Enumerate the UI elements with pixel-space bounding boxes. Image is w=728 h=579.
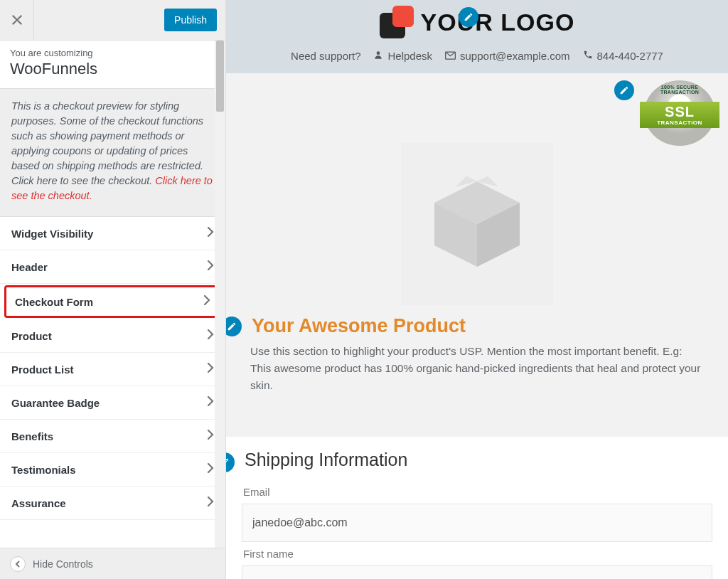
user-icon	[373, 50, 383, 62]
chevron-right-icon	[207, 227, 214, 240]
panel-label: Assurance	[11, 497, 66, 509]
helpdesk-link[interactable]: Helpdesk	[373, 50, 432, 62]
panel-label: Testimonials	[11, 464, 76, 476]
panel-label: Benefits	[11, 430, 53, 442]
close-button[interactable]	[0, 0, 34, 41]
helpdesk-label: Helpdesk	[387, 50, 432, 62]
phone-label: 844-440-2777	[597, 50, 663, 62]
notice-text: This is a checkout preview for styling p…	[11, 99, 214, 203]
email-label: Email	[243, 486, 711, 498]
chevron-right-icon	[207, 496, 214, 509]
publish-button[interactable]: Publish	[164, 9, 217, 31]
chevron-left-icon	[10, 556, 26, 572]
ssl-main-text: SSL	[640, 105, 719, 119]
panel-header[interactable]: Header	[0, 250, 225, 284]
panel-product[interactable]: Product	[0, 319, 225, 353]
panel-checkout-form[interactable]: Checkout Form	[4, 285, 221, 318]
product-title: Your Awesome Product	[243, 315, 711, 341]
shipping-section: Shipping Information Email First name La…	[226, 437, 728, 579]
chevron-right-icon	[207, 396, 214, 409]
logo-icon	[380, 6, 414, 38]
panel-guarantee-badge[interactable]: Guarantee Badge	[0, 386, 225, 420]
email-field[interactable]	[242, 504, 712, 542]
ssl-arc-text: 100% SECURE TRANSACTION	[644, 85, 715, 95]
panel-widget-visibility[interactable]: Widget Visibility	[0, 217, 225, 250]
panel-label: Checkout Form	[15, 296, 93, 308]
ssl-badge-icon: 100% SECURE TRANSACTION SSL TRANSACTION	[644, 80, 715, 146]
svg-point-0	[377, 51, 380, 55]
chevron-right-icon	[207, 430, 214, 442]
logo-text: YOUR LOGO	[421, 9, 575, 36]
section-heading: Shipping Information	[242, 437, 712, 480]
customizing-header: You are customizing WooFunnels	[0, 41, 225, 89]
sidebar-scrollbar[interactable]	[215, 41, 225, 548]
panel-list: Widget Visibility Header Checkout Form P…	[0, 217, 225, 548]
support-row: Need support? Helpdesk support@example.c…	[226, 43, 728, 73]
notice-box: This is a checkout preview for styling p…	[0, 89, 225, 217]
preview-header: YOUR LOGO Need support? Helpdesk support…	[226, 0, 728, 73]
chevron-right-icon	[203, 295, 210, 308]
panel-label: Header	[11, 261, 48, 273]
chevron-right-icon	[207, 463, 214, 476]
logo-row: YOUR LOGO	[226, 0, 728, 43]
panel-label: Guarantee Badge	[11, 397, 100, 409]
edit-logo-button[interactable]	[459, 7, 478, 27]
chevron-right-icon	[207, 260, 214, 273]
badge-area: 100% SECURE TRANSACTION SSL TRANSACTION	[226, 73, 728, 146]
product-body: Your Awesome Product Use this section to…	[226, 315, 728, 437]
panel-assurance[interactable]: Assurance	[0, 487, 225, 520]
panel-label: Product List	[11, 363, 74, 376]
first-name-label: First name	[243, 548, 711, 560]
chevron-right-icon	[207, 363, 214, 376]
mail-icon	[445, 51, 456, 62]
sidebar-top-bar: Publish	[0, 0, 225, 41]
ssl-sub-text: TRANSACTION	[640, 119, 719, 126]
customizer-sidebar: Publish You are customizing WooFunnels T…	[0, 0, 226, 579]
panel-label: Product	[11, 330, 52, 342]
edit-section-button[interactable]	[226, 452, 235, 472]
product-description: Use this section to highlight your produ…	[243, 341, 711, 408]
hide-controls-label: Hide Controls	[33, 558, 93, 570]
preview-pane: YOUR LOGO Need support? Helpdesk support…	[226, 0, 728, 579]
phone-icon	[583, 50, 593, 62]
edit-ssl-button[interactable]	[614, 80, 634, 100]
box-icon	[424, 174, 530, 274]
support-phone[interactable]: 844-440-2777	[583, 50, 663, 62]
scrollbar-thumb[interactable]	[216, 41, 224, 112]
support-email[interactable]: support@example.com	[445, 50, 569, 62]
notice-body: This is a checkout preview for styling p…	[11, 100, 203, 186]
panel-benefits[interactable]: Benefits	[0, 420, 225, 453]
first-name-field[interactable]	[242, 565, 712, 579]
panel-testimonials[interactable]: Testimonials	[0, 453, 225, 487]
chevron-right-icon	[207, 329, 214, 342]
edit-product-button[interactable]	[226, 317, 242, 336]
customizing-title: WooFunnels	[10, 60, 215, 78]
product-image-placeholder	[401, 143, 553, 305]
support-question: Need support?	[291, 50, 360, 62]
panel-label: Widget Visibility	[11, 228, 93, 240]
panel-product-list[interactable]: Product List	[0, 353, 225, 386]
customizing-label: You are customizing	[10, 48, 215, 58]
email-label: support@example.com	[460, 50, 569, 62]
hide-controls-button[interactable]: Hide Controls	[0, 548, 225, 579]
